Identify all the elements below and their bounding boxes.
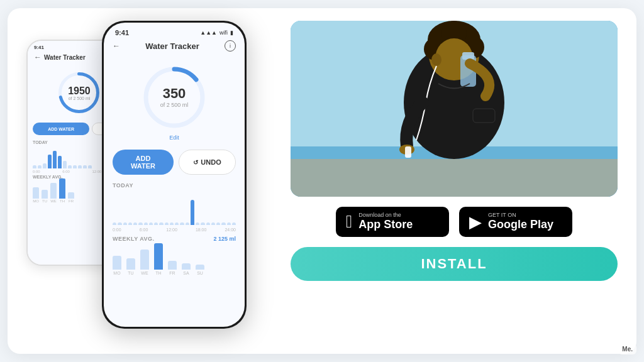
small-bar bbox=[78, 165, 82, 168]
store-buttons:  Download on the App Store ▶ GET IT ON … bbox=[291, 207, 618, 237]
small-bar-active bbox=[48, 155, 52, 168]
phone-front: 9:41 ▲▲▲ wifi ▮ ← Water Tracker i bbox=[102, 21, 247, 329]
svg-rect-18 bbox=[473, 109, 495, 123]
front-phone-header: ← Water Tracker i bbox=[104, 38, 245, 57]
right-section:  Download on the App Store ▶ GET IT ON … bbox=[291, 21, 618, 341]
chart-bar bbox=[175, 222, 179, 225]
small-phone-title: Water Tracker bbox=[44, 54, 86, 61]
small-gauge-value: 1950 bbox=[68, 85, 91, 96]
weekly-day-we: WE bbox=[141, 271, 148, 275]
gauge-sub: of 2 500 ml bbox=[160, 102, 189, 108]
chart-bar bbox=[227, 222, 231, 225]
main-container: 9:41 ← Water Tracker 1950 of 2 500 ml bbox=[8, 8, 636, 354]
weekly-bar-we: WE bbox=[140, 250, 149, 275]
x-label-12: 12:00 bbox=[166, 228, 177, 232]
undo-icon: ↺ bbox=[193, 159, 198, 166]
small-wbar bbox=[33, 187, 39, 199]
apple-store-button[interactable]:  Download on the App Store bbox=[336, 207, 449, 237]
small-add-water-button[interactable]: ADD WATER bbox=[33, 123, 89, 135]
small-bar bbox=[38, 165, 42, 168]
phone-front-inner: 9:41 ▲▲▲ wifi ▮ ← Water Tracker i bbox=[104, 23, 245, 327]
weekly-bar bbox=[140, 250, 149, 270]
svg-rect-7 bbox=[291, 159, 618, 197]
gauge-center: 350 of 2 500 ml bbox=[160, 87, 189, 108]
small-back-arrow-icon: ← bbox=[34, 53, 42, 62]
chart-bar bbox=[180, 222, 184, 225]
google-play-main-label: Google Play bbox=[488, 218, 553, 232]
apple-icon:  bbox=[346, 212, 352, 232]
status-icons: ▲▲▲ wifi ▮ bbox=[200, 30, 233, 36]
x-label-24: 24:00 bbox=[225, 228, 236, 232]
weekly-bar-mo: MO bbox=[113, 256, 121, 275]
chart-bar bbox=[232, 222, 236, 225]
weekly-header: WEEKLY AVG. 2 125 ml bbox=[104, 232, 245, 243]
small-bar bbox=[43, 163, 47, 168]
info-icon[interactable]: i bbox=[225, 40, 236, 52]
signal-icon: ▲▲▲ bbox=[200, 30, 217, 36]
weekly-day-tu: TU bbox=[128, 271, 133, 275]
small-bar bbox=[33, 165, 36, 168]
small-gauge-center: 1950 of 2 500 ml bbox=[68, 85, 91, 100]
small-wbar-group: FR bbox=[68, 192, 74, 203]
small-bar bbox=[83, 165, 87, 168]
weekly-day-su: SU bbox=[197, 271, 203, 275]
chart-bar bbox=[196, 222, 199, 225]
google-play-text: GET IT ON Google Play bbox=[488, 212, 553, 232]
install-button[interactable]: INSTALL bbox=[291, 247, 618, 281]
weekly-bar-fr: FR bbox=[168, 261, 177, 275]
chart-bar bbox=[144, 222, 148, 225]
add-water-button[interactable]: ADD WATER bbox=[113, 150, 174, 175]
x-label-0: 0:00 bbox=[113, 228, 121, 232]
photo-container bbox=[291, 21, 618, 197]
weekly-bar-su: SU bbox=[196, 265, 204, 275]
small-wbar-group: TU bbox=[42, 190, 48, 203]
weekly-bar bbox=[113, 256, 121, 270]
chart-bar bbox=[133, 222, 137, 225]
google-play-button[interactable]: ▶ GET IT ON Google Play bbox=[459, 207, 572, 237]
small-gauge: 1950 of 2 500 ml bbox=[55, 69, 103, 116]
gauge-edit-link[interactable]: Edit bbox=[169, 134, 179, 141]
small-bar bbox=[68, 165, 72, 168]
person-photo bbox=[291, 21, 618, 197]
weekly-value: 2 125 ml bbox=[213, 236, 236, 242]
chart-bar bbox=[170, 222, 174, 225]
weekly-bar-active bbox=[154, 243, 163, 270]
undo-button[interactable]: ↺ UNDO bbox=[179, 150, 236, 175]
battery-icon: ▮ bbox=[230, 30, 233, 36]
circle-gauge: 350 of 2 500 ml bbox=[140, 63, 209, 132]
apple-store-main-label: App Store bbox=[358, 218, 413, 232]
small-bar bbox=[88, 165, 92, 168]
phones-section: 9:41 ← Water Tracker 1950 of 2 500 ml bbox=[26, 21, 278, 341]
chart-bar bbox=[221, 222, 225, 225]
chart-bar bbox=[118, 222, 121, 225]
chart-bar bbox=[186, 222, 189, 225]
weekly-bar bbox=[126, 258, 135, 270]
chart-bar-active bbox=[191, 200, 194, 225]
weekly-bar-sa: SA bbox=[182, 263, 191, 275]
small-wday: FR bbox=[69, 199, 74, 203]
apple-store-text: Download on the App Store bbox=[358, 212, 413, 232]
x-label-18: 18:00 bbox=[196, 228, 207, 232]
wifi-icon: wifi bbox=[219, 30, 228, 36]
weekly-day-fr: FR bbox=[169, 271, 175, 275]
front-back-arrow-icon[interactable]: ← bbox=[113, 41, 120, 50]
weekly-bar-th: TH bbox=[154, 243, 163, 275]
svg-rect-20 bbox=[405, 146, 411, 158]
weekly-section-label: WEEKLY AVG. bbox=[113, 236, 155, 242]
small-wday: WE bbox=[50, 199, 57, 203]
google-play-icon: ▶ bbox=[469, 212, 482, 232]
small-wbar bbox=[50, 183, 57, 199]
today-chart bbox=[104, 190, 245, 228]
small-wday: MO bbox=[33, 199, 39, 203]
watermark: Me. bbox=[618, 344, 636, 354]
x-label-6: 6:00 bbox=[140, 228, 148, 232]
chart-bar bbox=[113, 222, 116, 225]
chart-bar bbox=[128, 222, 132, 225]
weekly-bar bbox=[196, 265, 204, 270]
chart-bar bbox=[165, 222, 169, 225]
small-gauge-sub: of 2 500 ml bbox=[68, 96, 91, 100]
small-wbar-group: TH bbox=[59, 178, 65, 203]
action-buttons: ADD WATER ↺ UNDO bbox=[104, 145, 245, 180]
chart-bar bbox=[154, 222, 158, 225]
gauge-value: 350 bbox=[160, 87, 189, 101]
